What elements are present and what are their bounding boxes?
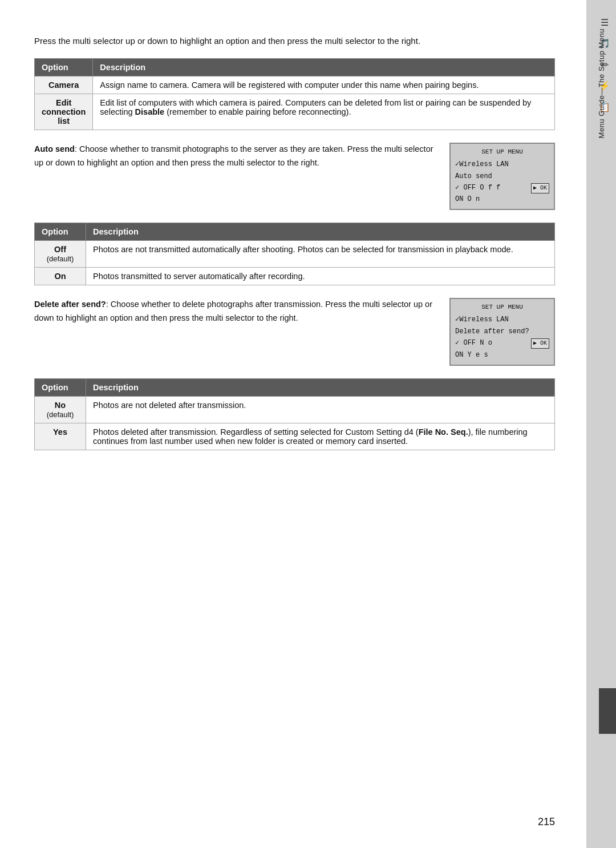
table1-header-description: Description [93,59,555,76]
intro-paragraph: Press the multi selector up or down to h… [34,34,555,48]
lcd1-off-text: ✓ OFF O f f [455,183,500,193]
table-row: Off(default) Photos are not transmitted … [35,241,555,268]
table-options-3: Option Description No(default) Photos ar… [34,378,555,450]
page-number: 215 [538,816,555,828]
lcd1-title: SET UP MENU [455,147,549,158]
desc-no: Photos are not deleted after transmissio… [86,396,555,423]
deleteafter-lcd: SET UP MENU ✓Wireless LAN Delete after s… [449,298,555,365]
lcd2-subtitle: ✓Wireless LAN [455,314,549,326]
deleteafter-label: Delete after send? [34,300,106,309]
table3-header-option: Option [35,378,86,396]
table1-header-option: Option [35,59,93,76]
sidebar-tab-label: Menu Guide—The Setup Menu [597,29,606,138]
table2-header-option: Option [35,223,86,241]
desc-off: Photos are not transmitted automatically… [86,241,555,268]
table-options-1: Option Description Camera Assign name to… [34,58,555,130]
table2-header-description: Description [86,223,555,241]
lcd2-title: SET UP MENU [455,302,549,313]
table-row: Camera Assign name to camera. Camera wil… [35,76,555,94]
table-row: On Photos transmitted to server automati… [35,268,555,285]
autosend-body: : Choose whether to transmit photographs… [34,144,433,167]
lcd1-subtitle: ✓Wireless LAN [455,159,549,171]
sidebar-icon-1: ☰ [601,17,609,28]
deleteafter-text: Delete after send?: Choose whether to de… [34,298,438,325]
desc-on: Photos transmitted to server automatical… [86,268,555,285]
main-content: Press the multi selector up or down to h… [0,0,586,848]
desc-camera: Assign name to camera. Camera will be re… [93,76,555,94]
option-on: On [35,268,86,285]
lcd1-item: Auto send [455,171,549,183]
sidebar: ☰ 🎵 ✏ ⚡ 📋 Menu Guide—The Setup Menu [586,0,616,848]
lcd2-ok: ▶ OK [531,338,549,349]
lcd1-row-off: ✓ OFF O f f ▶ OK [455,183,549,193]
option-yes: Yes [35,423,86,450]
table-row: No(default) Photos are not deleted after… [35,396,555,423]
table-row: Yes Photos deleted after transmission. R… [35,423,555,450]
desc-edit-connection: Edit list of computers with which camera… [93,94,555,130]
option-off: Off(default) [35,241,86,268]
page-wrapper: Press the multi selector up or down to h… [0,0,616,848]
desc-yes: Photos deleted after transmission. Regar… [86,423,555,450]
lcd2-row-off: ✓ OFF N o ▶ OK [455,338,549,349]
lcd1-row-on: ON O n [455,193,549,205]
table-options-2: Option Description Off(default) Photos a… [34,223,555,285]
autosend-text: Auto send: Choose whether to transmit ph… [34,143,438,170]
autosend-label: Auto send [34,144,75,154]
lcd2-item: Delete after send? [455,326,549,338]
table3-header-description: Description [86,378,555,396]
lcd2-row-on: ON Y e s [455,349,549,361]
sidebar-dark-block [599,688,616,734]
lcd2-off-text: ✓ OFF N o [455,338,492,349]
option-camera: Camera [35,76,93,94]
autosend-lcd: SET UP MENU ✓Wireless LAN Auto send ✓ OF… [449,143,555,210]
table-row: Editconnectionlist Edit list of computer… [35,94,555,130]
autosend-section: Auto send: Choose whether to transmit ph… [34,143,555,210]
lcd1-ok: ▶ OK [531,183,549,193]
option-edit-connection: Editconnectionlist [35,94,93,130]
option-no: No(default) [35,396,86,423]
deleteafter-section: Delete after send?: Choose whether to de… [34,298,555,365]
